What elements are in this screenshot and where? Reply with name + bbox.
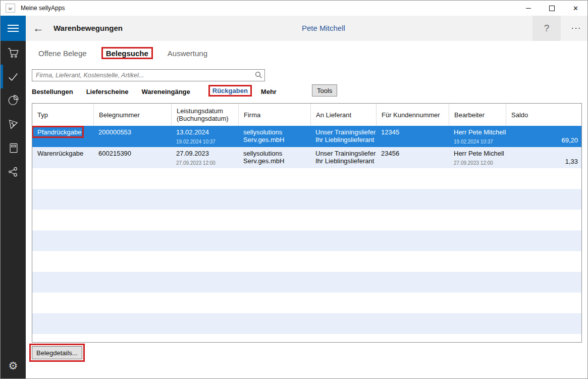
table-header-row: Typ Belegnummer Leistungsdatum(Buchungsd… — [32, 104, 581, 126]
magnifier-icon[interactable] — [255, 71, 262, 81]
active-nav-indicator — [1, 65, 3, 88]
table-row[interactable]: Pfandrückgabe 200000553 13.02.202419.02.… — [32, 126, 581, 147]
column-header-leistungsdatum[interactable]: Leistungsdatum(Buchungsdatum) — [171, 104, 238, 126]
sidebar-item-tasks[interactable] — [1, 65, 26, 88]
back-button[interactable]: ← — [30, 16, 47, 41]
column-header-saldo[interactable]: Saldo — [506, 104, 581, 126]
maximize-button[interactable] — [540, 1, 564, 16]
cell-kundennummer: 23456 — [376, 147, 449, 168]
cell-belegnummer: 600215390 — [93, 147, 171, 168]
app-logo-icon: w — [6, 4, 15, 13]
cell-saldo: 1,33 — [506, 147, 581, 168]
app-window: w Meine sellyApps ✕ ← Warenbewegungen Pe… — [0, 0, 588, 379]
app-header: ← Warenbewegungen Pete Mitchell ? ··· — [1, 16, 587, 41]
back-arrow-icon: ← — [33, 22, 44, 35]
close-button[interactable]: ✕ — [564, 1, 587, 16]
empty-table-rows — [32, 168, 581, 342]
cell-firma: sellysolutionsServ.ges.mbH — [238, 147, 310, 168]
close-icon: ✕ — [573, 5, 578, 12]
column-header-kundennummer[interactable]: Für Kundennummer — [376, 104, 449, 126]
cell-typ: Warenrückgabe — [32, 147, 93, 168]
search-input[interactable] — [32, 69, 265, 81]
minimize-button[interactable] — [516, 1, 540, 16]
subtab-wareneingaenge[interactable]: Wareneingänge — [141, 88, 190, 96]
minimize-icon — [526, 8, 531, 9]
book-icon — [8, 143, 19, 154]
titlebar: w Meine sellyApps ✕ — [1, 1, 587, 16]
results-table: Typ Belegnummer Leistungsdatum(Buchungsd… — [32, 103, 582, 343]
cell-belegnummer: 200000553 — [93, 126, 171, 147]
pie-chart-icon — [8, 94, 19, 106]
settings-button[interactable]: ⚙ — [1, 356, 26, 375]
column-header-typ[interactable]: Typ — [32, 104, 93, 126]
main-tabs: Offene Belege Belegsuche Auswertung — [38, 46, 207, 60]
shopping-cart-icon — [8, 48, 19, 58]
caption-buttons: ✕ — [516, 1, 587, 16]
cell-kundennummer: 12345 — [376, 126, 449, 147]
search-box — [32, 69, 265, 81]
tools-button[interactable]: Tools — [312, 84, 337, 97]
cell-bearbeiter: Herr Pete Mitchell19.02.2024 10:37 — [449, 126, 506, 147]
maximize-icon — [549, 6, 555, 11]
cell-typ: Pfandrückgabe — [32, 126, 93, 147]
cell-saldo: 69,20 — [506, 126, 581, 147]
column-header-belegnummer[interactable]: Belegnummer — [93, 104, 171, 126]
tab-offene-belege[interactable]: Offene Belege — [38, 49, 87, 58]
hamburger-menu-button[interactable] — [1, 16, 26, 41]
tab-belegsuche[interactable]: Belegsuche — [106, 49, 148, 58]
subtab-mehr[interactable]: Mehr — [261, 88, 277, 96]
checkmark-icon — [8, 71, 19, 82]
share-network-icon — [8, 166, 19, 177]
settings-gear-icon: ⚙ — [9, 360, 18, 372]
sidebar-item-cart[interactable] — [1, 41, 26, 65]
tab-auswertung[interactable]: Auswertung — [168, 49, 207, 58]
page-title: Warenbewegungen — [54, 16, 123, 41]
document-type-tabs: Bestellungen Lieferscheine Wareneingänge… — [32, 86, 277, 97]
column-header-firma[interactable]: Firma — [238, 104, 310, 126]
more-options-button[interactable]: ··· — [565, 16, 587, 41]
sidebar-item-deals[interactable] — [1, 112, 26, 136]
help-button[interactable]: ? — [532, 16, 561, 41]
subtab-lieferscheine[interactable]: Lieferscheine — [86, 88, 129, 96]
column-header-bearbeiter[interactable]: Bearbeiter — [449, 104, 506, 126]
hamburger-menu-icon — [8, 25, 19, 26]
subtab-rueckgaben[interactable]: Rückgaben — [212, 87, 248, 96]
subtab-bestellungen[interactable]: Bestellungen — [32, 88, 73, 96]
table-row[interactable]: Warenrückgabe 600215390 27.09.202327.09.… — [32, 147, 581, 168]
cell-leistungsdatum: 13.02.202419.02.2024 10:37 — [171, 126, 238, 147]
sidebar-item-share[interactable] — [1, 160, 26, 183]
column-header-an-lieferant[interactable]: An Lieferant — [310, 104, 376, 126]
question-mark-icon: ? — [544, 23, 550, 34]
belegdetails-button[interactable]: Belegdetails... — [32, 346, 82, 359]
cell-bearbeiter: Herr Pete Michell27.09.2023 12:00 — [449, 147, 506, 168]
cell-an-lieferant: Unser TrainingslieferantIhr Lieblingslie… — [310, 147, 376, 168]
cell-an-lieferant: Unser TrainingslieferantIhr Lieblingslie… — [310, 126, 376, 147]
sidebar-item-catalog[interactable] — [1, 136, 26, 160]
cell-firma: sellysolutionsServ.ges.mbH — [238, 126, 310, 147]
window-title: Meine sellyApps — [21, 5, 65, 12]
pennant-tag-icon — [8, 119, 19, 130]
user-name-link[interactable]: Pete Mitchell — [302, 16, 345, 41]
sidebar-item-reports[interactable] — [1, 88, 26, 112]
sidebar-nav: ⚙ — [1, 41, 26, 378]
cell-leistungsdatum: 27.09.202327.09.2023 12:00 — [171, 147, 238, 168]
ellipsis-icon: ··· — [571, 23, 581, 33]
